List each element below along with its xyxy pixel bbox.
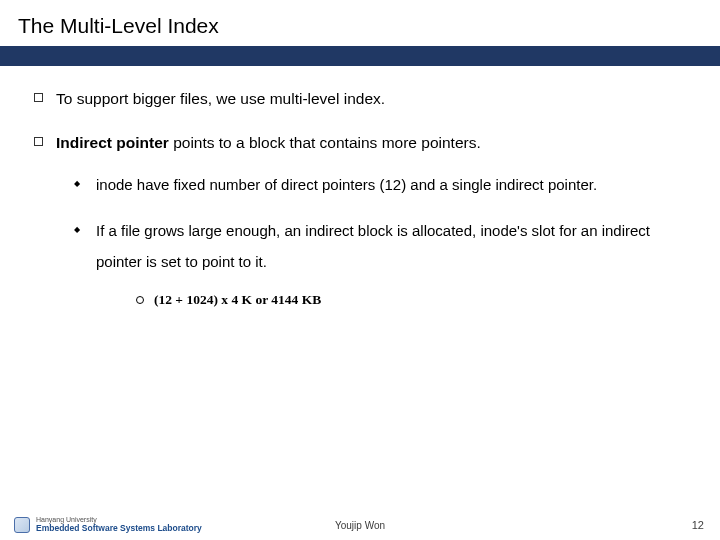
lab-name: Embedded Software Systems Laboratory (36, 524, 202, 533)
square-bullet-icon (34, 86, 56, 112)
bullet-text: Indirect pointer points to a block that … (56, 130, 686, 324)
sub-bullet-text: inode have fixed number of direct pointe… (96, 169, 686, 201)
title-underline-bar (0, 46, 720, 66)
bullet-text-rest: points to a block that contains more poi… (169, 134, 481, 151)
bullet-text: To support bigger files, we use multi-le… (56, 86, 686, 112)
sub-bullet-1: inode have fixed number of direct pointe… (56, 169, 686, 201)
slide-footer: Hanyang University Embedded Software Sys… (0, 510, 720, 540)
diamond-bullet-icon (74, 169, 96, 201)
footer-author: Youjip Won (335, 520, 385, 531)
bullet-item-1: To support bigger files, we use multi-le… (34, 86, 686, 112)
sub-bullet-2: If a file grows large enough, an indirec… (56, 215, 686, 314)
sub-sub-bullet-1: (12 + 1024) x 4 K or 4144 KB (96, 286, 686, 314)
logo-icon (14, 517, 30, 533)
square-bullet-icon (34, 130, 56, 324)
footer-logo: Hanyang University Embedded Software Sys… (0, 516, 202, 533)
diamond-bullet-icon (74, 215, 96, 314)
sub-sub-bullet-text: (12 + 1024) x 4 K or 4144 KB (154, 286, 686, 314)
indirect-pointer-term: Indirect pointer (56, 134, 169, 151)
sub-bullet-text: If a file grows large enough, an indirec… (96, 215, 686, 314)
logo-text: Hanyang University Embedded Software Sys… (36, 516, 202, 533)
slide-title: The Multi-Level Index (18, 14, 702, 38)
circle-bullet-icon (136, 286, 154, 314)
page-number: 12 (692, 519, 704, 531)
content-area: To support bigger files, we use multi-le… (0, 66, 720, 324)
bullet-item-2: Indirect pointer points to a block that … (34, 130, 686, 324)
